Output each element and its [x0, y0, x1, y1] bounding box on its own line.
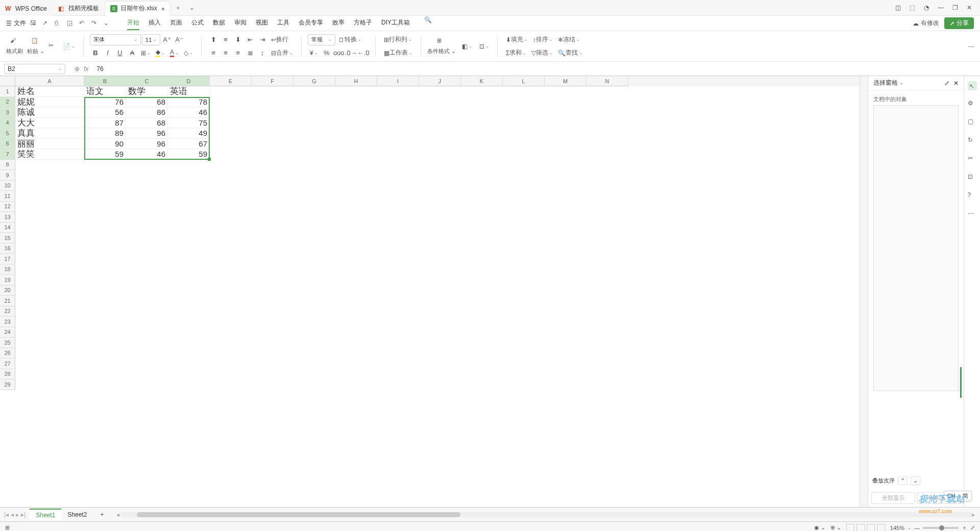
settings-rail-icon[interactable]: ⚙: [968, 100, 977, 109]
more-rail-icon[interactable]: ⋯: [968, 210, 977, 219]
cell[interactable]: 59: [168, 149, 210, 160]
show-all-button[interactable]: 全部显示: [871, 492, 915, 504]
cell[interactable]: 49: [168, 128, 210, 139]
zoom-slider[interactable]: [923, 527, 959, 529]
cell[interactable]: 59: [84, 149, 126, 160]
percent-icon[interactable]: %: [321, 47, 332, 59]
row-header[interactable]: 5: [0, 128, 15, 139]
order-up-button[interactable]: ⌃: [898, 476, 908, 485]
order-down-button[interactable]: ⌄: [911, 476, 920, 485]
row-header[interactable]: 6: [0, 139, 15, 150]
col-header[interactable]: C: [126, 76, 168, 86]
align-left-icon[interactable]: ≡: [208, 47, 219, 59]
find-button[interactable]: 🔍 查找⌄: [556, 47, 584, 59]
row-header[interactable]: 11: [0, 191, 15, 202]
changes-indicator[interactable]: ☁ 有修改: [913, 19, 939, 28]
tab-template[interactable]: ◧ 找稻壳模板: [53, 2, 104, 16]
window-collapse-icon[interactable]: ◫: [894, 4, 901, 11]
align-right-icon[interactable]: ≡: [232, 47, 243, 59]
row-header[interactable]: 22: [0, 306, 15, 317]
close-panel-icon[interactable]: ✕: [953, 80, 959, 87]
cell[interactable]: 英语: [168, 86, 210, 97]
cell[interactable]: 语文: [84, 86, 126, 97]
cell[interactable]: 86: [126, 107, 168, 118]
col-header[interactable]: B: [84, 76, 126, 86]
number-format-select[interactable]: 常规⌄: [308, 34, 335, 45]
cell[interactable]: 妮妮: [15, 97, 84, 108]
underline-button[interactable]: U: [114, 47, 126, 59]
sheet-tab-1[interactable]: Sheet1: [30, 509, 61, 521]
select-all-corner[interactable]: [0, 76, 15, 86]
cell[interactable]: 89: [84, 128, 126, 139]
cell[interactable]: 46: [168, 107, 210, 118]
view-break-icon[interactable]: [867, 524, 875, 532]
sheet-add-button[interactable]: ＋: [93, 508, 111, 521]
increase-font-icon[interactable]: A⁺: [161, 34, 173, 45]
row-header[interactable]: 21: [0, 296, 15, 306]
strike-button[interactable]: A: [127, 47, 138, 59]
row-header[interactable]: 20: [0, 285, 15, 296]
align-justify-icon[interactable]: ≣: [244, 47, 256, 59]
sheet-prev-icon[interactable]: ◂: [11, 511, 14, 518]
menu-tab-data[interactable]: 数据: [213, 16, 225, 30]
cell[interactable]: 96: [126, 139, 168, 150]
wrap-button[interactable]: ↩ 换行: [269, 34, 290, 45]
spreadsheet-grid[interactable]: ABCDEFGHIJKLMN 1234567891011121314151617…: [0, 76, 860, 507]
redo-icon[interactable]: ↷: [91, 19, 100, 28]
menu-tab-start[interactable]: 开始: [127, 16, 139, 30]
help-rail-icon[interactable]: ?: [968, 191, 977, 201]
col-header[interactable]: M: [545, 76, 586, 86]
rowcol-button[interactable]: ⊞ 行和列⌄: [382, 34, 414, 45]
sheet-first-icon[interactable]: |◂: [4, 511, 9, 518]
menu-tab-formula[interactable]: 公式: [191, 16, 204, 30]
row-header[interactable]: 7: [0, 149, 15, 160]
row-header[interactable]: 1: [0, 86, 15, 97]
filter-button[interactable]: ▽ 筛选⌄: [529, 47, 555, 59]
cube-icon[interactable]: ⬚: [909, 4, 916, 11]
cell[interactable]: 大大: [15, 118, 84, 129]
cell[interactable]: 姓名: [15, 86, 84, 97]
preview-icon[interactable]: ◲: [67, 19, 75, 28]
table-dropdown[interactable]: ⊡⌄: [477, 41, 491, 52]
menu-tab-member[interactable]: 会员专享: [299, 16, 323, 30]
align-center-icon[interactable]: ≡: [220, 47, 231, 59]
cell[interactable]: 96: [126, 128, 168, 139]
cell[interactable]: 46: [126, 149, 168, 160]
border-dropdown[interactable]: ⊞⌄: [139, 47, 153, 59]
gallery-rail-icon[interactable]: ⊡: [968, 173, 977, 182]
collapse-ribbon-icon[interactable]: —: [968, 43, 974, 50]
cursor-rail-icon[interactable]: ↖: [968, 81, 977, 90]
sum-button[interactable]: Σ 求和⌄: [504, 47, 528, 59]
row-header[interactable]: 27: [0, 358, 15, 369]
row-header[interactable]: 23: [0, 317, 15, 327]
orientation-icon[interactable]: ↕: [257, 47, 268, 59]
comma-icon[interactable]: ooo: [333, 47, 345, 59]
indent-dec-icon[interactable]: ⇤: [244, 34, 256, 45]
cell[interactable]: 87: [84, 118, 126, 129]
cell[interactable]: 陈诚: [15, 107, 84, 118]
save-icon[interactable]: 🖫: [30, 19, 38, 28]
row-header[interactable]: 12: [0, 202, 15, 212]
cell[interactable]: 真真: [15, 128, 84, 139]
export-icon[interactable]: ↗: [42, 19, 51, 28]
refresh-rail-icon[interactable]: ↻: [968, 136, 977, 146]
merge-button[interactable]: ⊟ 合并⌄: [269, 47, 295, 59]
col-header[interactable]: H: [335, 76, 377, 86]
sheet-next-icon[interactable]: ▸: [16, 511, 19, 518]
font-color-dropdown[interactable]: A⌄: [168, 47, 181, 59]
cell[interactable]: 67: [168, 139, 210, 150]
horizontal-scrollbar[interactable]: ◂ ▸: [111, 511, 980, 518]
format-painter-button[interactable]: 🖌格式刷: [6, 37, 23, 55]
menu-tab-effic[interactable]: 效率: [332, 16, 345, 30]
menu-tab-page[interactable]: 页面: [170, 16, 182, 30]
menu-tab-review[interactable]: 审阅: [234, 16, 247, 30]
menu-tab-grid[interactable]: 方格子: [354, 16, 372, 30]
col-header[interactable]: F: [252, 76, 293, 86]
indent-inc-icon[interactable]: ⇥: [257, 34, 268, 45]
cell[interactable]: 68: [126, 97, 168, 108]
name-box[interactable]: B2⌄: [4, 64, 65, 74]
fx-icon[interactable]: fx: [84, 65, 88, 73]
user-avatar-icon[interactable]: ◔: [923, 4, 930, 11]
row-header[interactable]: 25: [0, 337, 15, 348]
currency-icon[interactable]: ¥⌄: [308, 47, 320, 59]
